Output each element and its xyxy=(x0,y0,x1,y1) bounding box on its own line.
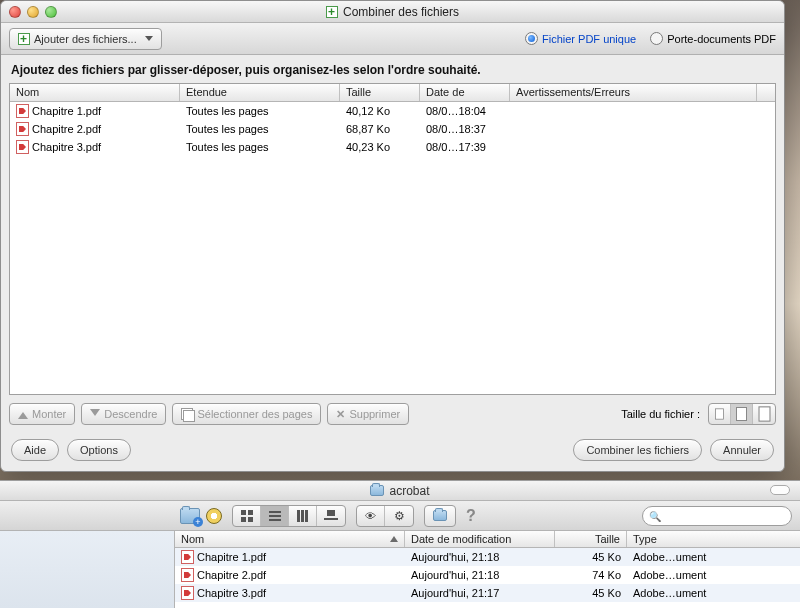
pages-stack-icon xyxy=(181,408,193,420)
finder-window: acrobat + ? xyxy=(0,480,800,608)
close-icon[interactable] xyxy=(9,6,21,18)
files-table: Nom Etendue Taille Date de Avertissement… xyxy=(9,83,776,395)
size-medium-button[interactable] xyxy=(731,404,753,424)
finder-col-taille[interactable]: Taille xyxy=(555,531,627,547)
view-icon-column[interactable] xyxy=(289,506,317,526)
sort-asc-icon xyxy=(390,536,398,542)
bottom-row: Aide Options Combiner les fichiers Annul… xyxy=(1,433,784,471)
finder-col-date[interactable]: Date de modification xyxy=(405,531,555,547)
help-label: Aide xyxy=(24,444,46,456)
select-pages-label: Sélectionner des pages xyxy=(197,408,312,420)
combine-button[interactable]: Combiner les fichiers xyxy=(573,439,702,461)
quicklook-button[interactable] xyxy=(357,506,385,526)
path-group[interactable] xyxy=(424,505,456,527)
coverflow-icon xyxy=(324,510,338,522)
arrow-up-icon xyxy=(18,409,28,419)
pdf-file-icon xyxy=(16,140,29,154)
combine-label: Combiner les fichiers xyxy=(586,444,689,456)
col-header-nom[interactable]: Nom xyxy=(10,84,180,101)
cancel-label: Annuler xyxy=(723,444,761,456)
remove-button[interactable]: ✕ Supprimer xyxy=(327,403,409,425)
cancel-button[interactable]: Annuler xyxy=(710,439,774,461)
finder-titlebar: acrobat xyxy=(0,481,800,501)
page-medium-icon xyxy=(736,407,747,421)
col-header-taille[interactable]: Taille xyxy=(340,84,420,101)
page-small-icon xyxy=(715,408,724,419)
new-folder-button[interactable]: + xyxy=(180,508,200,524)
minimize-icon[interactable] xyxy=(27,6,39,18)
select-pages-button[interactable]: Sélectionner des pages xyxy=(172,403,321,425)
table-header: Nom Etendue Taille Date de Avertissement… xyxy=(10,84,775,102)
pdf-file-icon xyxy=(181,550,194,564)
finder-folder-name: acrobat xyxy=(389,484,429,498)
radio-single-pdf[interactable]: Fichier PDF unique xyxy=(525,32,636,45)
finder-col-nom[interactable]: Nom xyxy=(175,531,405,547)
size-large-button[interactable] xyxy=(753,404,775,424)
finder-col-type[interactable]: Type xyxy=(627,531,800,547)
page-large-icon xyxy=(758,406,770,421)
file-size-toggle[interactable] xyxy=(708,403,776,425)
list-icon xyxy=(269,510,281,522)
col-header-avert[interactable]: Avertissements/Erreurs xyxy=(510,84,757,101)
radio-portfolio-pdf[interactable]: Porte-documents PDF xyxy=(650,32,776,45)
finder-sidebar[interactable] xyxy=(0,531,175,608)
burn-disc-icon[interactable] xyxy=(206,508,222,524)
remove-label: Supprimer xyxy=(349,408,400,420)
table-row[interactable]: Chapitre 2.pdfToutes les pages68,87 Ko08… xyxy=(10,120,775,138)
grid-icon xyxy=(241,510,253,522)
radio-portfolio-label: Porte-documents PDF xyxy=(667,33,776,45)
pdf-file-icon xyxy=(181,568,194,582)
arrow-down-icon xyxy=(90,409,100,419)
view-icon-cover[interactable] xyxy=(317,506,345,526)
move-down-button[interactable]: Descendre xyxy=(81,403,166,425)
folder-icon xyxy=(370,485,384,496)
pdf-file-icon xyxy=(16,122,29,136)
help-icon[interactable]: ? xyxy=(466,507,476,525)
col-header-etendue[interactable]: Etendue xyxy=(180,84,340,101)
add-files-label: Ajouter des fichiers... xyxy=(34,33,137,45)
toolbar: Ajouter des fichiers... Fichier PDF uniq… xyxy=(1,23,784,55)
view-icon-list[interactable] xyxy=(261,506,289,526)
gear-icon xyxy=(394,509,405,523)
radio-single-label: Fichier PDF unique xyxy=(542,33,636,45)
move-up-button[interactable]: Monter xyxy=(9,403,75,425)
finder-toolbar: + ? xyxy=(0,501,800,531)
col-header-date[interactable]: Date de xyxy=(420,84,510,101)
options-button[interactable]: Options xyxy=(67,439,131,461)
pdf-file-icon xyxy=(181,586,194,600)
search-icon xyxy=(649,510,661,522)
combine-files-dialog: Combiner des fichiers Ajouter des fichie… xyxy=(0,0,785,472)
move-up-label: Monter xyxy=(32,408,66,420)
finder-col-date-label: Date de modification xyxy=(411,533,511,545)
finder-row[interactable]: Chapitre 3.pdfAujourd'hui, 21:1745 KoAdo… xyxy=(175,584,800,602)
table-row[interactable]: Chapitre 3.pdfToutes les pages40,23 Ko08… xyxy=(10,138,775,156)
table-body[interactable]: Chapitre 1.pdfToutes les pages40,12 Ko08… xyxy=(10,102,775,394)
plus-badge-icon: + xyxy=(193,517,203,527)
file-size-label: Taille du fichier : xyxy=(621,408,700,420)
finder-row[interactable]: Chapitre 2.pdfAujourd'hui, 21:1874 KoAdo… xyxy=(175,566,800,584)
add-files-button[interactable]: Ajouter des fichiers... xyxy=(9,28,162,50)
eye-icon xyxy=(365,510,376,522)
add-files-icon xyxy=(18,33,30,45)
help-button[interactable]: Aide xyxy=(11,439,59,461)
finder-col-type-label: Type xyxy=(633,533,657,545)
finder-rows[interactable]: Chapitre 1.pdfAujourd'hui, 21:1845 KoAdo… xyxy=(175,548,800,608)
finder-search-field[interactable] xyxy=(642,506,792,526)
radio-dot-icon xyxy=(650,32,663,45)
action-menu-button[interactable] xyxy=(385,506,413,526)
size-small-button[interactable] xyxy=(709,404,731,424)
chevron-down-icon xyxy=(145,36,153,41)
zoom-icon[interactable] xyxy=(45,6,57,18)
view-icon-grid[interactable] xyxy=(233,506,261,526)
instruction-text: Ajoutez des fichiers par glisser-déposer… xyxy=(1,55,784,83)
action-row: Monter Descendre Sélectionner des pages … xyxy=(1,395,784,433)
pdf-file-icon xyxy=(16,104,29,118)
table-row[interactable]: Chapitre 1.pdfToutes les pages40,12 Ko08… xyxy=(10,102,775,120)
finder-col-taille-label: Taille xyxy=(595,533,620,545)
finder-row[interactable]: Chapitre 1.pdfAujourd'hui, 21:1845 KoAdo… xyxy=(175,548,800,566)
move-down-label: Descendre xyxy=(104,408,157,420)
combine-files-icon xyxy=(326,6,338,18)
col-header-corner xyxy=(757,84,775,101)
columns-icon xyxy=(297,510,309,522)
toolbar-toggle-pill[interactable] xyxy=(770,485,790,495)
